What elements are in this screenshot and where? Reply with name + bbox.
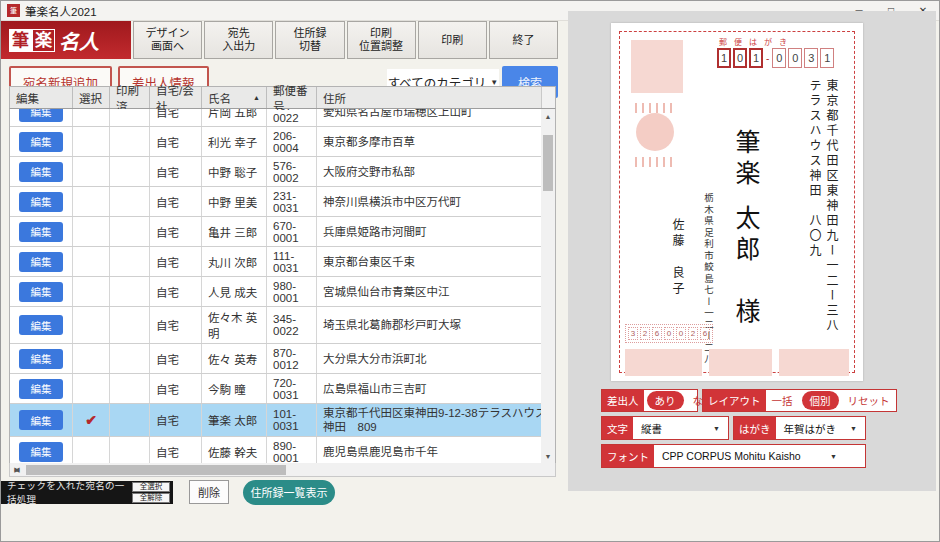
row-select-cell[interactable] — [73, 307, 110, 343]
row-select-cell[interactable] — [73, 127, 110, 156]
edit-button[interactable]: 編集 — [19, 349, 63, 369]
table-row[interactable]: 編集 自宅 片岡 五郎 467-0022 愛知県名古屋市瑞穂区上山町 — [10, 109, 555, 127]
row-address-cell: 東京都多摩市百草 — [317, 127, 555, 156]
row-printed-cell — [110, 127, 150, 156]
select-all-button[interactable]: 全選択 — [132, 482, 170, 492]
row-type-cell: 自宅 — [150, 437, 202, 463]
row-select-cell[interactable] — [73, 157, 110, 186]
header-zip[interactable]: 郵便番号 — [267, 87, 317, 108]
table-row[interactable]: 編集 ✔ 自宅 筆楽 太郎 101-0031 東京都千代田区東神田9-12-38… — [10, 404, 555, 437]
vertical-scrollbar[interactable]: ▲ ▼ — [541, 109, 555, 463]
addressbook-list-button[interactable]: 住所録一覧表示 — [243, 480, 335, 505]
header-type[interactable]: 自宅/会社 — [150, 87, 202, 108]
edit-button[interactable]: 編集 — [19, 252, 63, 272]
app-icon: 筆 — [7, 4, 20, 17]
header-edit[interactable]: 編集 — [10, 87, 73, 108]
app-logo: 筆 楽 名人 — [1, 21, 131, 59]
row-type-cell: 自宅 — [150, 187, 202, 216]
row-select-cell[interactable] — [73, 217, 110, 246]
toolbar-addressbook-switch-button[interactable]: 住所録 切替 — [275, 21, 344, 59]
edit-button[interactable]: 編集 — [19, 410, 63, 430]
table-row[interactable]: 編集 自宅 亀井 三郎 670-0001 兵庫県姫路市河間町 — [10, 217, 555, 247]
edit-button[interactable]: 編集 — [19, 109, 63, 122]
table-row[interactable]: 編集 自宅 佐藤 幹夫 890-0001 鹿児島県鹿児島市千年 — [10, 437, 555, 463]
header-select[interactable]: 選択 — [73, 87, 110, 108]
row-address-cell: 宮城県仙台市青葉区中江 — [317, 277, 555, 306]
text-direction-select[interactable]: 文字 縦書 ▼ — [601, 416, 729, 440]
edit-button[interactable]: 編集 — [19, 442, 63, 462]
postcard-preview[interactable]: 郵便はがき 1 0 1 - 0 0 3 1 東京都千代田区東神田九ー一二ー三八 … — [611, 23, 863, 381]
zip-dash: - — [766, 53, 769, 64]
edit-button[interactable]: 編集 — [19, 282, 63, 302]
row-select-cell[interactable]: ✔ — [73, 404, 110, 436]
row-zip-cell: 345-0022 — [267, 307, 317, 343]
horizontal-scrollbar[interactable]: ◀ ▶ — [9, 463, 556, 477]
row-address-cell: 兵庫県姫路市河間町 — [317, 217, 555, 246]
hagaki-type-select[interactable]: はがき 年賀はがき ▼ — [733, 416, 866, 440]
toolbar-design-button[interactable]: デザイン 画面へ — [133, 21, 202, 59]
row-address-cell: 埼玉県北葛飾郡杉戸町大塚 — [317, 307, 555, 343]
edit-button[interactable]: 編集 — [19, 222, 63, 242]
edit-button[interactable]: 編集 — [19, 132, 63, 152]
row-select-cell[interactable] — [73, 277, 110, 306]
postmark-stripes-bottom — [635, 157, 677, 167]
clear-all-button[interactable]: 全解除 — [132, 493, 170, 503]
table-header: 編集 選択 印刷済 自宅/会社 氏名 ▲ 郵便番号 住所 — [9, 86, 556, 109]
edit-button[interactable]: 編集 — [19, 192, 63, 212]
scroll-right-icon[interactable]: ▶ — [10, 463, 24, 477]
row-select-cell[interactable] — [73, 437, 110, 463]
row-select-cell[interactable] — [73, 247, 110, 276]
row-type-cell: 自宅 — [150, 374, 202, 403]
row-select-cell[interactable] — [73, 374, 110, 403]
table-body: 編集 自宅 片岡 五郎 467-0022 愛知県名古屋市瑞穂区上山町 編集 自宅… — [9, 109, 556, 463]
toolbar-print-button[interactable]: 印刷 — [418, 21, 487, 59]
batch-label: チェックを入れた宛名の一括処理 — [7, 478, 132, 506]
row-select-cell[interactable] — [73, 109, 110, 126]
header-address[interactable]: 住所 — [317, 87, 541, 108]
table-row[interactable]: 編集 自宅 佐々 英寿 870-0012 大分県大分市浜町北 — [10, 344, 555, 374]
table-row[interactable]: 編集 自宅 中野 里美 231-0031 神奈川県横浜市中区万代町 — [10, 187, 555, 217]
sender-zip-boxes: 3 2 6 0 0 2 6 — [625, 324, 713, 343]
hagaki-label: はがき — [734, 417, 776, 439]
scroll-up-icon[interactable]: ▲ — [541, 109, 555, 123]
table-row[interactable]: 編集 自宅 丸川 次郎 111-0031 東京都台東区千束 — [10, 247, 555, 277]
scroll-down-icon[interactable]: ▼ — [541, 449, 555, 463]
header-printed[interactable]: 印刷済 — [110, 87, 150, 108]
main-toolbar: デザイン 画面へ 宛先 入出力 住所録 切替 印刷 位置調整 印刷 終了 — [133, 21, 558, 59]
table-row[interactable]: 編集 自宅 利光 幸子 206-0004 東京都多摩市百草 — [10, 127, 555, 157]
table-row[interactable]: 編集 自宅 人見 成夫 980-0001 宮城県仙台市青葉区中江 — [10, 277, 555, 307]
toolbar-exit-button[interactable]: 終了 — [489, 21, 558, 59]
edit-button[interactable]: 編集 — [19, 315, 63, 335]
layout-reset-option[interactable]: リセット — [842, 393, 896, 408]
layout-batch-option[interactable]: 一括 — [766, 393, 799, 408]
vertical-scroll-thumb[interactable] — [543, 135, 553, 191]
layout-toggle-group: レイアウト 一括 個別 リセット — [702, 389, 897, 412]
header-name[interactable]: 氏名 ▲ — [202, 87, 267, 108]
row-address-cell: 鹿児島県鹿児島市千年 — [317, 437, 555, 463]
row-zip-cell: 101-0031 — [267, 404, 317, 436]
recipient-address: 東京都千代田区東神田九ー一二ー三八 テラスハウス神田 八〇九 — [805, 79, 839, 379]
font-select[interactable]: フォント CPP CORPUS Mohitu Kaisho ▼ — [601, 444, 866, 468]
row-name-cell: 佐々 英寿 — [202, 344, 267, 373]
row-address-cell: 広島県福山市三吉町 — [317, 374, 555, 403]
logo-char-fude: 筆 — [9, 29, 32, 52]
row-select-cell[interactable] — [73, 344, 110, 373]
row-type-cell: 自宅 — [150, 404, 202, 436]
table-row[interactable]: 編集 自宅 今駒 瞳 720-0031 広島県福山市三吉町 — [10, 374, 555, 404]
row-printed-cell — [110, 374, 150, 403]
table-row[interactable]: 編集 自宅 佐々木 英明 345-0022 埼玉県北葛飾郡杉戸町大塚 — [10, 307, 555, 344]
delete-button[interactable]: 削除 — [189, 480, 229, 504]
edit-button[interactable]: 編集 — [19, 379, 63, 399]
table-row[interactable]: 編集 自宅 中野 聡子 576-0002 大阪府交野市私部 — [10, 157, 555, 187]
app-window: 筆 筆楽名人2021 ─ □ ✕ 筆 楽 名人 デザイン 画面へ 宛先 入出力 … — [0, 0, 940, 542]
sender-on-option[interactable]: あり — [647, 391, 684, 410]
row-select-cell[interactable] — [73, 187, 110, 216]
toolbar-import-export-button[interactable]: 宛先 入出力 — [204, 21, 273, 59]
layout-individual-option[interactable]: 個別 — [802, 391, 839, 410]
row-name-cell: 佐々木 英明 — [202, 307, 267, 343]
text-direction-label: 文字 — [602, 417, 633, 439]
horizontal-scroll-thumb[interactable] — [26, 465, 286, 475]
toolbar-print-position-button[interactable]: 印刷 位置調整 — [347, 21, 416, 59]
postcard-bottom-blocks — [625, 349, 849, 376]
edit-button[interactable]: 編集 — [19, 162, 63, 182]
